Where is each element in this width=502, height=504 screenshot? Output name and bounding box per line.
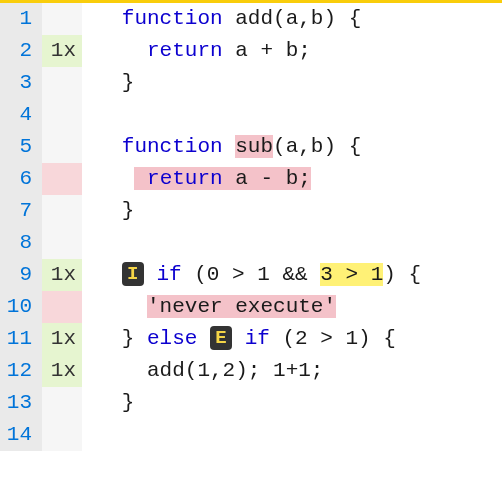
coverage-count: 1x — [42, 355, 82, 387]
code-line: 12 1x add(1,2); 1+1; — [0, 355, 502, 387]
coverage-count — [42, 3, 82, 35]
coverage-count: 1x — [42, 323, 82, 355]
line-number: 14 — [0, 419, 42, 451]
code-line: 13 } — [0, 387, 502, 419]
line-number: 13 — [0, 387, 42, 419]
uncovered-span: 'never execute' — [147, 295, 336, 318]
code-line: 5 function sub(a,b) { — [0, 131, 502, 163]
code-line: 8 — [0, 227, 502, 259]
source-text: return a + b; — [82, 35, 502, 67]
source-text — [82, 419, 502, 451]
source-text: } — [82, 387, 502, 419]
coverage-count — [42, 99, 82, 131]
source-text: } — [82, 67, 502, 99]
code-line: 11 1x } else E if (2 > 1) { — [0, 323, 502, 355]
uncovered-span: return a - b; — [134, 167, 310, 190]
code-listing: 1 function add(a,b) { 2 1x return a + b;… — [0, 3, 502, 451]
line-number: 11 — [0, 323, 42, 355]
source-text: 'never execute' — [82, 291, 502, 323]
coverage-count — [42, 419, 82, 451]
code-line: 10 'never execute' — [0, 291, 502, 323]
line-number: 9 — [0, 259, 42, 291]
source-text: I if (0 > 1 && 3 > 1) { — [82, 259, 502, 291]
code-line: 3 } — [0, 67, 502, 99]
line-number: 12 — [0, 355, 42, 387]
code-line: 2 1x return a + b; — [0, 35, 502, 67]
keyword-token: function — [122, 135, 223, 158]
line-number: 3 — [0, 67, 42, 99]
line-number: 8 — [0, 227, 42, 259]
code-line: 4 — [0, 99, 502, 131]
source-text: function add(a,b) { — [82, 3, 502, 35]
source-text: add(1,2); 1+1; — [82, 355, 502, 387]
keyword-token: else — [147, 327, 197, 350]
code-line: 14 — [0, 419, 502, 451]
branch-badge-else[interactable]: E — [210, 326, 232, 350]
coverage-count — [42, 131, 82, 163]
coverage-count — [42, 67, 82, 99]
code-line: 1 function add(a,b) { — [0, 3, 502, 35]
line-number: 4 — [0, 99, 42, 131]
coverage-count — [42, 163, 82, 195]
coverage-count — [42, 291, 82, 323]
keyword-token: return — [147, 167, 223, 190]
coverage-count — [42, 227, 82, 259]
source-text: return a - b; — [82, 163, 502, 195]
source-text: function sub(a,b) { — [82, 131, 502, 163]
keyword-token: if — [156, 263, 181, 286]
branch-badge-if[interactable]: I — [122, 262, 144, 286]
keyword-token: return — [147, 39, 223, 62]
not-executed-span: 3 > 1 — [320, 263, 383, 286]
coverage-count — [42, 387, 82, 419]
line-number: 7 — [0, 195, 42, 227]
source-text — [82, 99, 502, 131]
source-text: } — [82, 195, 502, 227]
code-line: 9 1x I if (0 > 1 && 3 > 1) { — [0, 259, 502, 291]
coverage-count — [42, 195, 82, 227]
line-number: 10 — [0, 291, 42, 323]
code-line: 6 return a - b; — [0, 163, 502, 195]
code-line: 7 } — [0, 195, 502, 227]
source-text — [82, 227, 502, 259]
keyword-token: function — [122, 7, 223, 30]
keyword-token: if — [245, 327, 270, 350]
line-number: 6 — [0, 163, 42, 195]
function-name: add — [235, 7, 273, 30]
source-text: } else E if (2 > 1) { — [82, 323, 502, 355]
line-number: 2 — [0, 35, 42, 67]
coverage-count: 1x — [42, 35, 82, 67]
uncovered-span: sub — [235, 135, 273, 158]
coverage-count: 1x — [42, 259, 82, 291]
line-number: 1 — [0, 3, 42, 35]
line-number: 5 — [0, 131, 42, 163]
